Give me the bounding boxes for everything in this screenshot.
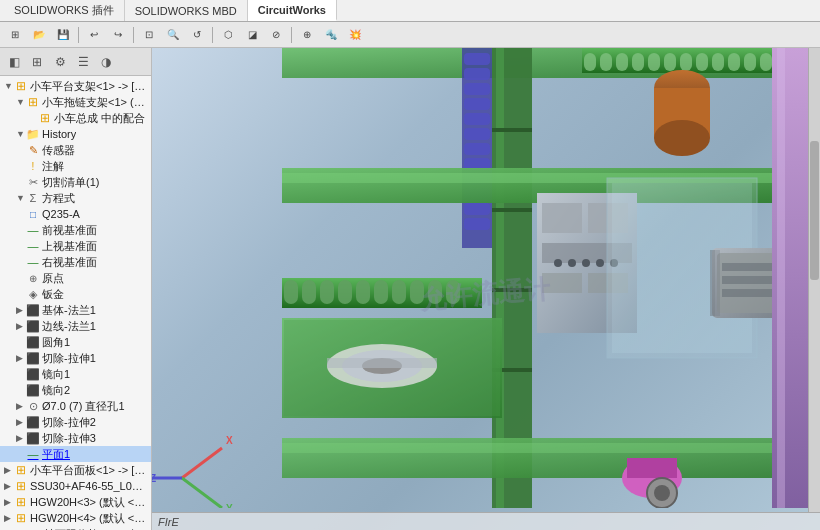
property-manager-btn[interactable]: ⊞ [27, 52, 47, 72]
tree-item[interactable]: ▶⬛切除-拉伸2 [0, 414, 151, 430]
menu-tab-circuitworks[interactable]: CircuitWorks [248, 0, 337, 21]
tree-item[interactable]: —前视基准面 [0, 222, 151, 238]
toolbar-sep4 [291, 27, 292, 43]
tree-item-icon: ⊙ [26, 399, 40, 413]
tree-item[interactable]: ▶⬛边线-法兰1 [0, 318, 151, 334]
toolbar-zoom-in[interactable]: 🔍 [162, 25, 184, 45]
tree-item-label: 钣金 [42, 287, 64, 302]
tree-expand-arrow[interactable]: ▼ [16, 97, 26, 107]
viewport[interactable]: X Y Z 允许流通计 FIrE [152, 48, 820, 530]
tree-item-label: 切割清单(1) [42, 175, 99, 190]
tree-expand-arrow[interactable]: ▶ [4, 465, 14, 475]
tree-item[interactable]: ▶⊞HGW20H<4> (默认 <<默认 < [0, 510, 151, 526]
toolbar-sep1 [78, 27, 79, 43]
tree-item-icon: ⊞ [38, 111, 52, 125]
svg-rect-25 [464, 68, 490, 80]
viewport-vscrollbar[interactable] [808, 48, 820, 512]
tree-item-icon: ◈ [26, 287, 40, 301]
tree-item[interactable]: □Q235-A [0, 206, 151, 222]
toolbar-open[interactable]: 📂 [28, 25, 50, 45]
tree-item[interactable]: ⊞小车总成 中的配合 [0, 110, 151, 126]
display-manager-btn[interactable]: ◑ [96, 52, 116, 72]
tree-item-label: 小车平台支架<1> -> [默认 < [30, 79, 147, 94]
toolbar-smart-fastener[interactable]: 🔩 [320, 25, 342, 45]
tree-item-label: 圆角1 [42, 335, 70, 350]
toolbar-display-style[interactable]: ◪ [241, 25, 263, 45]
tree-item[interactable]: ▶⊙Ø7.0 (7) 直径孔1 [0, 398, 151, 414]
tree-item[interactable]: ✎传感器 [0, 142, 151, 158]
tree-item-icon: ⊞ [14, 479, 28, 493]
tree-expand-arrow[interactable]: ▼ [4, 81, 14, 91]
tree-item-icon: ⬛ [26, 367, 40, 381]
tree-item-label: 方程式 [42, 191, 75, 206]
tree-item-icon: 📁 [26, 127, 40, 141]
tree-item[interactable]: ⊕原点 [0, 270, 151, 286]
tree-expand-arrow[interactable]: ▶ [16, 321, 26, 331]
tree-expand-arrow[interactable]: ▶ [16, 401, 26, 411]
tree-expand-arrow[interactable]: ▶ [4, 497, 14, 507]
tree-item[interactable]: ▶⊞HGW20H<3> (默认 << 默认 < [0, 494, 151, 510]
tree-item[interactable]: ▶⊞(Z)轴下限位柱<1> (默认 < [0, 526, 151, 530]
left-panel-icons: ◧ ⊞ ⚙ ☰ ◑ [0, 48, 151, 76]
toolbar-rotate[interactable]: ↺ [186, 25, 208, 45]
svg-rect-34 [464, 203, 490, 215]
tree-item[interactable]: ▶⊞小车平台面板<1> -> [默认 < [0, 462, 151, 478]
tree-expand-arrow[interactable]: ▶ [4, 481, 14, 491]
menu-tab-solidworks-plugins[interactable]: SOLIDWORKS 插件 [4, 0, 125, 21]
svg-rect-9 [696, 53, 708, 71]
tree-item[interactable]: ✂切割清单(1) [0, 174, 151, 190]
config-manager-btn[interactable]: ⚙ [50, 52, 70, 72]
svg-text:X: X [226, 435, 233, 446]
tree-item[interactable]: ▼📁History [0, 126, 151, 142]
toolbar-redo[interactable]: ↪ [107, 25, 129, 45]
dim-xpert-btn[interactable]: ☰ [73, 52, 93, 72]
tree-item[interactable]: ▶⊞SSU30+AF46-55_L0130<1 [0, 478, 151, 494]
tree-item[interactable]: ▼⊞小车拖链支架<1> (默认 <<1 [0, 94, 151, 110]
toolbar-explode[interactable]: 💥 [344, 25, 366, 45]
svg-rect-20 [492, 208, 532, 212]
feature-manager-btn[interactable]: ◧ [4, 52, 24, 72]
tree-item[interactable]: ▼⊞小车平台支架<1> -> [默认 < [0, 78, 151, 94]
toolbar-new[interactable]: ⊞ [4, 25, 26, 45]
tree-expand-arrow[interactable]: ▶ [16, 417, 26, 427]
svg-rect-48 [392, 280, 406, 304]
toolbar-save[interactable]: 💾 [52, 25, 74, 45]
tree-item[interactable]: —右视基准面 [0, 254, 151, 270]
tree-item-icon: ⬛ [26, 383, 40, 397]
tree-expand-arrow[interactable]: ▶ [4, 513, 14, 523]
svg-rect-28 [464, 113, 490, 125]
tree-item-icon: ⬛ [26, 431, 40, 445]
tree-expand-arrow[interactable]: ▶ [16, 305, 26, 315]
tree-item[interactable]: ▶⬛切除-拉伸3 [0, 430, 151, 446]
toolbar-undo[interactable]: ↩ [83, 25, 105, 45]
tree-item[interactable]: —上视基准面 [0, 238, 151, 254]
tree-item[interactable]: ▼Σ方程式 [0, 190, 151, 206]
toolbar-zoom-fit[interactable]: ⊡ [138, 25, 160, 45]
svg-text:Z: Z [152, 473, 156, 484]
tree-item[interactable]: ⬛镜向1 [0, 366, 151, 382]
tree-expand-arrow[interactable]: ▼ [16, 193, 26, 203]
tree-item[interactable]: ⬛镜向2 [0, 382, 151, 398]
toolbar-section[interactable]: ⊘ [265, 25, 287, 45]
tree-item[interactable]: ⬛圆角1 [0, 334, 151, 350]
toolbar-mate[interactable]: ⊕ [296, 25, 318, 45]
tree-item[interactable]: ▶⬛基体-法兰1 [0, 302, 151, 318]
tree-expand-arrow[interactable]: ▶ [16, 353, 26, 363]
tree-item[interactable]: —平面1 [0, 446, 151, 462]
tree-item[interactable]: ▶⬛切除-拉伸1 [0, 350, 151, 366]
left-panel: ◧ ⊞ ⚙ ☰ ◑ ▼⊞小车平台支架<1> -> [默认 <▼⊞小车拖链支架<1… [0, 48, 152, 530]
tree-item[interactable]: ◈钣金 [0, 286, 151, 302]
svg-line-89 [182, 478, 222, 508]
tree-item-icon: ⊞ [26, 95, 40, 109]
toolbar-view-orient[interactable]: ⬡ [217, 25, 239, 45]
svg-rect-42 [284, 280, 298, 304]
menu-tab-solidworks-mbd[interactable]: SOLIDWORKS MBD [125, 0, 248, 21]
vscrollbar-thumb[interactable] [810, 141, 819, 280]
tree-item-icon: ⊞ [14, 511, 28, 525]
svg-rect-59 [542, 203, 582, 233]
tree-item-icon: — [26, 255, 40, 269]
tree-expand-arrow[interactable]: ▼ [16, 129, 26, 139]
tree-item-icon: ⬛ [26, 303, 40, 317]
tree-expand-arrow[interactable]: ▶ [16, 433, 26, 443]
tree-item[interactable]: !注解 [0, 158, 151, 174]
